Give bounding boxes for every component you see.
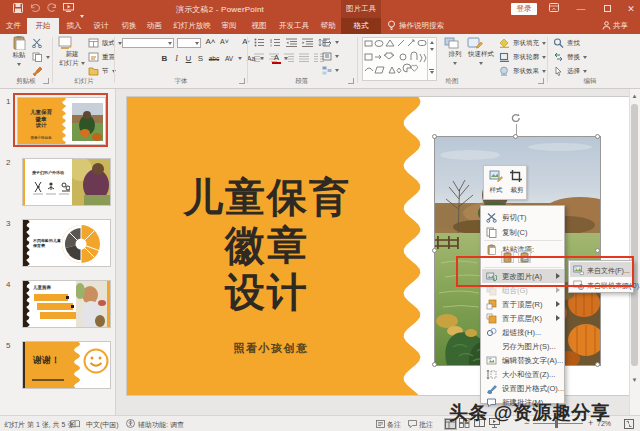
decrease-font-icon[interactable]: A˅ <box>219 38 230 45</box>
slide-indicator[interactable]: 幻灯片 第 1 张, 共 5 张 <box>4 420 74 430</box>
menu-item-size-and-position[interactable]: 大小和位置(Z)... <box>482 367 564 381</box>
selection-handle[interactable] <box>432 362 437 367</box>
slide-subtitle[interactable]: 照看小孩创意 <box>127 341 415 356</box>
rotation-handle[interactable] <box>511 113 519 121</box>
menu-item-send-to-back[interactable]: 置于底层(K) <box>482 311 564 325</box>
menu-item-bring-to-front[interactable]: 置于顶层(R) <box>482 297 564 311</box>
maximize-button[interactable] <box>596 0 618 18</box>
select-button[interactable]: 选择 <box>553 66 587 76</box>
align-left-icon[interactable] <box>254 53 264 62</box>
cut-icon[interactable] <box>32 38 43 48</box>
tab-格式[interactable]: 格式 <box>341 18 381 34</box>
arrange-button[interactable]: 排列 <box>443 36 467 66</box>
notes-icon[interactable] <box>376 420 385 428</box>
share-button[interactable]: 共享 <box>613 18 628 34</box>
menu-item-copy[interactable]: 复制(C) <box>482 225 564 239</box>
scrollbar-thumb[interactable] <box>631 104 638 366</box>
char-spacing-button[interactable]: AV <box>223 55 235 62</box>
minimize-button[interactable]: — <box>570 0 592 18</box>
redo-icon[interactable] <box>47 3 59 15</box>
bold-button[interactable]: B <box>160 54 169 63</box>
tab-动画[interactable]: 动画 <box>141 18 167 34</box>
spell-check-icon[interactable] <box>70 420 80 428</box>
paste-button[interactable]: 粘贴 <box>7 36 31 67</box>
tab-切换[interactable]: 切换 <box>116 18 142 34</box>
sign-in-button[interactable]: 登录 <box>511 3 537 15</box>
selection-handle[interactable] <box>595 134 600 139</box>
close-button[interactable]: ✕ <box>620 0 640 18</box>
clipboard-dialog-launcher[interactable] <box>43 78 49 84</box>
save-icon[interactable] <box>13 3 25 15</box>
selection-handle[interactable] <box>432 248 437 253</box>
slide-thumbnail-2[interactable]: 亲子们的户外活动 <box>22 158 111 206</box>
tab-设计[interactable]: 设计 <box>88 18 114 34</box>
shape-outline-button[interactable]: 形状轮廓 <box>499 52 546 62</box>
justify-icon[interactable] <box>299 53 309 62</box>
tab-幻灯片放映[interactable]: 幻灯片放映 <box>168 18 216 34</box>
decrease-indent-icon[interactable] <box>286 38 297 47</box>
bullets-icon[interactable] <box>254 38 265 47</box>
shape-effects-button[interactable]: 形状效果 <box>499 66 546 76</box>
drawing-dialog-launcher[interactable] <box>538 78 544 84</box>
comments-icon[interactable] <box>408 420 417 428</box>
scroll-down-icon[interactable]: ▼ <box>630 376 639 385</box>
comments-button[interactable]: 批注 <box>419 420 433 430</box>
italic-button[interactable]: I <box>172 54 181 63</box>
tab-插入[interactable]: 插入 <box>61 18 87 34</box>
convert-smartart-button[interactable] <box>322 66 339 75</box>
strikethrough-button[interactable]: abc <box>208 55 220 62</box>
slide-thumbnail-5[interactable]: 谢谢！ <box>22 341 111 389</box>
selection-handle[interactable] <box>595 362 600 367</box>
scroll-up-icon[interactable]: ▲ <box>630 92 639 101</box>
ribbon-display-options-icon[interactable] <box>549 3 561 15</box>
accessibility-icon[interactable] <box>126 419 135 428</box>
align-right-icon[interactable] <box>284 53 294 62</box>
shape-fill-button[interactable]: 形状填充 <box>499 38 546 48</box>
menu-item-cut[interactable]: 剪切(T) <box>482 210 564 224</box>
slide-thumbnail-3[interactable]: 不同年龄的儿童保育费 <box>22 219 111 267</box>
font-size-combo[interactable] <box>177 38 201 48</box>
tab-审阅[interactable]: 审阅 <box>216 18 242 34</box>
start-slideshow-icon[interactable] <box>63 3 75 15</box>
shapes-gallery[interactable] <box>362 37 437 81</box>
increase-font-icon[interactable]: A˄ <box>205 37 216 46</box>
clear-formatting-icon[interactable]: A̷ <box>239 37 251 46</box>
paragraph-dialog-launcher[interactable] <box>348 78 354 84</box>
selection-handle[interactable] <box>595 248 600 253</box>
tell-me-search[interactable]: 操作说明搜索 <box>399 18 444 34</box>
selection-handle[interactable] <box>432 134 437 139</box>
menu-item-edit-alt-text[interactable]: 编辑替换文字(A)... <box>482 353 564 367</box>
section-button[interactable]: 节 <box>88 66 116 76</box>
notes-button[interactable]: 备注 <box>387 420 401 430</box>
menu-item-save-as-picture[interactable]: 另存为图片(S)... <box>482 339 564 353</box>
quick-styles-button[interactable]: 快速样式 <box>466 36 496 66</box>
slide-thumbnail-4[interactable]: 儿童营养 <box>22 280 111 328</box>
tab-开始[interactable]: 开始 <box>27 18 59 34</box>
tab-帮助[interactable]: 帮助 <box>316 18 340 34</box>
undo-icon[interactable] <box>30 3 42 15</box>
align-center-icon[interactable] <box>269 53 279 62</box>
layout-button[interactable]: 版式 <box>88 38 122 48</box>
accessibility-status[interactable]: 辅助功能: 调查 <box>138 420 184 430</box>
align-text-button[interactable] <box>322 52 339 61</box>
new-slide-button[interactable]: 新建 幻灯片 <box>57 36 87 68</box>
increase-indent-icon[interactable] <box>302 38 313 47</box>
underline-button[interactable]: U <box>184 54 193 63</box>
tab-文件[interactable]: 文件 <box>0 18 27 34</box>
reset-button[interactable]: 重置 <box>88 52 115 62</box>
find-button[interactable]: 查找 <box>553 38 580 48</box>
font-dialog-launcher[interactable] <box>239 78 245 84</box>
menu-item-hyperlink[interactable]: 超链接(H)... <box>482 325 564 339</box>
numbering-icon[interactable] <box>270 38 281 47</box>
tab-视图[interactable]: 视图 <box>246 18 272 34</box>
language-indicator[interactable]: 中文(中国) <box>86 420 119 430</box>
tab-开发工具[interactable]: 开发工具 <box>275 18 313 34</box>
font-name-combo[interactable] <box>122 38 174 48</box>
selection-handle[interactable] <box>513 134 518 139</box>
slide-title[interactable]: 儿童保育 徽章 设计 <box>127 174 407 317</box>
shadow-button[interactable]: S <box>196 54 205 63</box>
menu-item-format-picture[interactable]: 设置图片格式(O)... <box>482 381 564 395</box>
replace-button[interactable]: 替换 <box>553 52 587 62</box>
copy-icon[interactable] <box>32 52 43 62</box>
format-painter-icon[interactable] <box>32 66 43 76</box>
